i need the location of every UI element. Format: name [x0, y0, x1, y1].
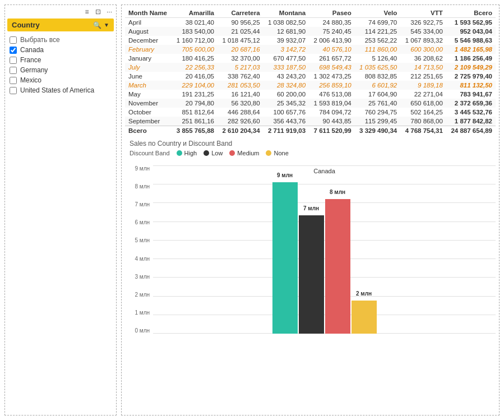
cell-value: 38 021,40 — [172, 18, 218, 27]
cell-value: 261 657,72 — [309, 54, 355, 63]
table-row: May191 231,2516 121,4060 200,00476 513,0… — [125, 90, 496, 99]
cell-value: 811 132,50 — [446, 81, 496, 90]
cell-value: 212 251,65 — [400, 72, 446, 81]
col-header-carretera: Carretera — [218, 8, 263, 18]
cell-value: 670 477,50 — [263, 54, 309, 63]
cell-value: 12 681,90 — [263, 27, 309, 36]
cell-value: 25 345,32 — [263, 99, 309, 108]
cell-value: 2 372 659,36 — [446, 99, 496, 108]
filter-icons: 🔍 ▼ — [93, 21, 109, 29]
legend-item-medium: Medium — [229, 150, 259, 156]
label-germany: Germany — [20, 66, 48, 74]
table-row: July22 256,335 217,03333 187,50698 549,4… — [125, 63, 496, 72]
table-row: January180 416,2532 370,00670 477,50261 … — [125, 54, 496, 63]
cell-value: 1 035 625,50 — [355, 63, 401, 72]
cell-value: 24 880,35 — [309, 18, 355, 27]
total-value: 2 610 204,34 — [218, 126, 263, 136]
cell-value: 14 713,50 — [400, 63, 446, 72]
filter-options-container: CanadaFranceGermanyMexicoUnited States o… — [7, 45, 114, 95]
total-value: 3 855 765,88 — [172, 126, 218, 136]
y-axis-label: 7 млн — [125, 201, 150, 207]
cell-month: April — [125, 18, 172, 27]
cell-value: 2 006 413,90 — [309, 36, 355, 45]
legend-label-high: High — [184, 150, 197, 156]
legend-dot-high — [177, 150, 182, 156]
y-axis-label: 6 млн — [125, 219, 150, 225]
total-value: 4 768 754,31 — [400, 126, 446, 136]
checkbox-mexico[interactable] — [10, 77, 17, 84]
y-axis-label: 2 млн — [125, 292, 150, 298]
cell-value: 229 104,00 — [172, 81, 218, 90]
more-icon[interactable]: ··· — [105, 7, 114, 16]
cell-value: 1 593 819,04 — [309, 99, 355, 108]
bar-label-0: 9 млн — [277, 172, 293, 178]
legend-dot-low — [204, 150, 209, 156]
filter-option-france[interactable]: France — [7, 55, 114, 65]
cell-value: 476 513,08 — [309, 90, 355, 99]
table-row: October851 812,64446 288,64100 657,76784… — [125, 108, 496, 117]
filter-option-canada[interactable]: Canada — [7, 45, 114, 55]
cell-value: 326 922,75 — [400, 18, 446, 27]
cell-value: 36 208,62 — [400, 54, 446, 63]
filter-search-icon[interactable]: 🔍 — [93, 21, 101, 29]
cell-value: 90 956,25 — [218, 18, 263, 27]
cell-value: 90 443,85 — [309, 117, 355, 126]
y-axis-label: 0 млн — [125, 327, 150, 334]
y-axis-label: 5 млн — [125, 237, 150, 243]
y-axis-label: 3 млн — [125, 274, 150, 280]
cell-value: 1 593 562,95 — [446, 18, 496, 27]
table-header-row: Month NameAmarillaCarreteraMontanaPaseoV… — [125, 8, 496, 18]
cell-value: 282 926,60 — [218, 117, 263, 126]
cell-month: November — [125, 99, 172, 108]
checkbox-united-states-of-america[interactable] — [10, 87, 17, 94]
col-header-vtt: VTT — [400, 8, 446, 18]
cell-month: September — [125, 117, 172, 126]
expand-icon[interactable]: ⊡ — [94, 7, 103, 16]
table-row: November20 794,8056 320,8025 345,321 593… — [125, 99, 496, 108]
y-axis-label: 4 млн — [125, 256, 150, 262]
select-all-checkbox[interactable] — [10, 36, 17, 44]
cell-value: 9 189,18 — [400, 81, 446, 90]
filter-dropdown-icon[interactable]: ▼ — [104, 22, 109, 28]
total-value: 24 887 654,89 — [446, 126, 496, 136]
cell-value: 40 576,10 — [309, 45, 355, 54]
checkbox-germany[interactable] — [10, 67, 17, 74]
cell-value: 356 443,76 — [263, 117, 309, 126]
cell-value: 780 868,00 — [400, 117, 446, 126]
cell-value: 705 600,00 — [172, 45, 218, 54]
table-container: Month NameAmarillaCarreteraMontanaPaseoV… — [125, 8, 496, 135]
table-total-row: Всего3 855 765,882 610 204,342 711 919,0… — [125, 126, 496, 136]
cell-value: 281 053,50 — [218, 81, 263, 90]
checkbox-canada[interactable] — [10, 47, 17, 54]
cell-value: 22 271,04 — [400, 90, 446, 99]
filter-option-mexico[interactable]: Mexico — [7, 75, 114, 85]
label-united-states-of-america: United States of America — [20, 86, 94, 94]
bar-group-canada: 9 млн7 млн8 млн2 млн — [272, 182, 377, 334]
cell-value: 20 794,80 — [172, 99, 218, 108]
select-all-option[interactable]: Выбрать все — [7, 35, 114, 45]
chart-body: 9 млн7 млн8 млн2 млн Canada — [153, 165, 496, 334]
total-label: Всего — [125, 126, 172, 136]
main-container: ≡ ⊡ ··· Country 🔍 ▼ Выбрать все CanadaFr… — [0, 0, 504, 420]
bar-label-2: 8 млн — [330, 189, 345, 195]
menu-icon[interactable]: ≡ — [82, 7, 91, 16]
cell-value: 784 094,72 — [309, 108, 355, 117]
col-header-month-name: Month Name — [125, 8, 172, 18]
cell-value: 251 861,16 — [172, 117, 218, 126]
legend-item-high: High — [177, 150, 197, 156]
cell-value: 1 482 165,98 — [446, 45, 496, 54]
cell-value: 28 324,80 — [263, 81, 309, 90]
filter-option-united-states-of-america[interactable]: United States of America — [7, 85, 114, 95]
filter-option-germany[interactable]: Germany — [7, 65, 114, 75]
label-mexico: Mexico — [20, 76, 41, 84]
bar-label-1: 7 млн — [303, 205, 319, 211]
table-row: March229 104,00281 053,5028 324,80256 85… — [125, 81, 496, 90]
bar-0: 9 млн — [272, 182, 298, 334]
cell-value: 338 762,40 — [218, 72, 263, 81]
cell-value: 115 299,45 — [355, 117, 401, 126]
legend-items-container: HighLowMediumNone — [177, 150, 289, 156]
checkbox-france[interactable] — [10, 57, 17, 64]
y-axis-label: 8 млн — [125, 183, 150, 190]
cell-value: 2 725 979,40 — [446, 72, 496, 81]
cell-value: 545 334,00 — [400, 27, 446, 36]
